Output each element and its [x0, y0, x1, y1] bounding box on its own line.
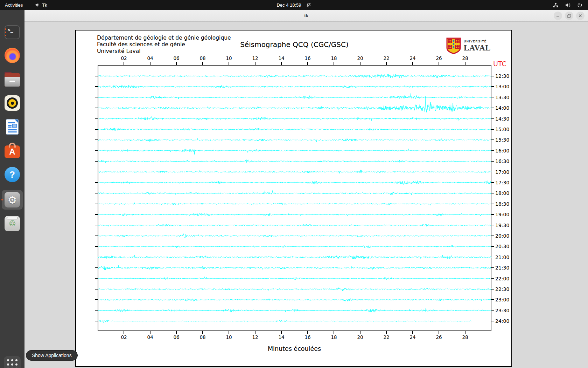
trace-tick-right [491, 139, 494, 140]
files-icon [5, 73, 20, 87]
header-line-3: Université Laval [97, 48, 231, 55]
utc-time-label: 16:00 [495, 148, 509, 154]
x-tick-bottom [281, 331, 282, 334]
rhythmbox-icon [5, 95, 20, 111]
help-icon: ? [5, 167, 20, 182]
x-tick-label-top: 26 [434, 55, 444, 61]
firefox-icon [5, 48, 20, 63]
system-status-area[interactable] [553, 2, 588, 8]
dock-item-help[interactable]: ? [4, 166, 21, 183]
x-tick-top [229, 62, 229, 65]
trace-tick-right [491, 236, 494, 236]
x-tick-label-top: 18 [329, 55, 339, 61]
trace-tick-right [491, 76, 494, 76]
dock-item-settings[interactable]: ⚙ [4, 191, 21, 208]
laval-shield-icon [446, 38, 461, 54]
clock-label: Dec 4 18:59 [276, 2, 301, 8]
utc-time-label: 20:00 [495, 233, 509, 239]
trace-tick-right [491, 86, 494, 87]
utc-time-label: 17:30 [495, 180, 509, 185]
utc-time-label: 13:30 [495, 95, 509, 100]
trace-tick-right [491, 150, 494, 151]
utc-time-label: 18:00 [495, 190, 509, 196]
x-tick-bottom [360, 331, 360, 334]
trace-tick-left [95, 267, 98, 268]
x-tick-label-bottom: 16 [303, 334, 313, 340]
trace-tick-left [95, 310, 98, 311]
utc-time-label: 15:30 [495, 137, 509, 143]
x-tick-label-top: 28 [460, 55, 470, 61]
dock-item-firefox[interactable] [4, 47, 21, 64]
tk-window: tk Département de géologie et de génie g… [24, 10, 588, 368]
focused-app-label: Tk [42, 2, 47, 8]
seismograph-canvas: Département de géologie et de génie géol… [75, 30, 512, 367]
chart-title: Séismographe QCQ (CGC/GSC) [221, 40, 368, 49]
trace-tick-left [95, 225, 98, 226]
x-tick-label-bottom: 08 [198, 334, 208, 340]
x-tick-bottom [307, 331, 308, 334]
x-tick-label-bottom: 18 [329, 334, 339, 340]
dock-item-rhythmbox[interactable] [4, 95, 21, 111]
trace-tick-left [95, 257, 98, 258]
utc-time-label: 20:30 [495, 244, 509, 249]
focused-app-menu[interactable]: Tk [35, 2, 47, 8]
x-tick-bottom [439, 331, 439, 334]
show-applications-icon [4, 356, 21, 368]
x-tick-bottom [465, 331, 465, 334]
network-wired-icon [553, 2, 559, 8]
trace-tick-left [95, 76, 98, 76]
trace-tick-right [491, 267, 494, 268]
x-tick-label-bottom: 22 [382, 334, 391, 340]
trace-tick-left [95, 129, 98, 130]
utc-time-label: 22:30 [495, 286, 509, 292]
x-tick-label-bottom: 20 [355, 334, 365, 340]
utc-time-label: 23:30 [495, 308, 509, 313]
dock-item-writer[interactable] [4, 118, 21, 135]
trace-tick-left [95, 193, 98, 193]
clock-menu[interactable]: Dec 4 18:59 [276, 2, 311, 8]
restore-button[interactable] [565, 12, 573, 20]
dock-item-trash[interactable]: ♲ [4, 215, 21, 232]
x-tick-label-top: 02 [119, 55, 129, 61]
trace-tick-right [491, 204, 494, 204]
trace-tick-right [491, 321, 494, 321]
utc-time-label: 17:00 [495, 169, 509, 175]
minimize-button[interactable] [554, 12, 562, 20]
x-tick-label-bottom: 06 [172, 334, 181, 340]
x-tick-label-top: 14 [276, 55, 286, 61]
ubuntu-software-icon: A [5, 145, 20, 158]
x-tick-top [202, 62, 203, 65]
dock-item-terminal[interactable]: >_ [4, 24, 21, 41]
x-tick-label-bottom: 24 [408, 334, 418, 340]
x-tick-bottom [255, 331, 255, 334]
trace-tick-left [95, 86, 98, 87]
x-axis-label: Minutes écoulées [224, 345, 364, 352]
activities-button[interactable]: Activities [5, 2, 23, 8]
trace-tick-right [491, 257, 494, 258]
dock-item-files[interactable] [4, 71, 21, 88]
x-tick-label-top: 16 [303, 55, 313, 61]
window-titlebar[interactable]: tk [24, 10, 588, 22]
close-button[interactable] [576, 12, 584, 20]
x-tick-top [386, 62, 387, 65]
dock-item-ubuntu-software[interactable]: A [4, 142, 21, 159]
trace-tick-left [95, 150, 98, 151]
tk-icon [35, 2, 40, 7]
utc-time-label: 13:00 [495, 84, 509, 89]
utc-time-label: 14:30 [495, 116, 509, 122]
dock-item-show-applications[interactable] [4, 356, 21, 368]
x-tick-label-top: 04 [145, 55, 155, 61]
trace-tick-left [95, 204, 98, 204]
settings-gear-icon: ⚙ [5, 192, 20, 207]
trace-tick-right [491, 161, 494, 162]
utc-time-label: 24:00 [495, 318, 509, 324]
trace-tick-left [95, 321, 98, 321]
terminal-icon: >_ [5, 25, 20, 39]
trace-tick-left [95, 299, 98, 300]
x-tick-top [281, 62, 282, 65]
trace-tick-right [491, 193, 494, 193]
trace-tick-left [95, 236, 98, 236]
utc-time-label: 19:30 [495, 223, 509, 228]
settings-running-indicator [1, 199, 3, 200]
utc-time-label: 18:30 [495, 201, 509, 207]
